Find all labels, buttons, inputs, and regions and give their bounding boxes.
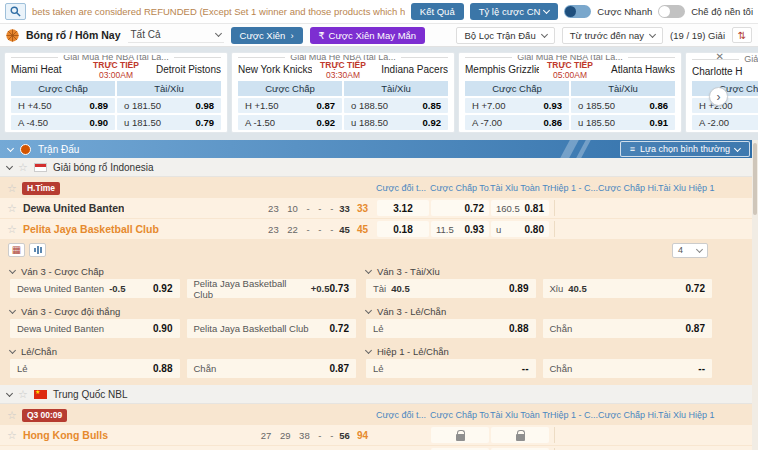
odds-cell[interactable]: A -7.000.86 [465, 115, 569, 130]
odds-cell[interactable]: u 185.500.91 [571, 115, 675, 130]
col-h1-overunder[interactable]: Tài Xỉu Hiệp 1 [658, 183, 716, 193]
league-count: (19 / 19) Giải [670, 30, 725, 41]
bet-option[interactable]: Pelita Jaya Basketball Club0.72 [187, 319, 357, 338]
arrow-right-icon: › [290, 30, 293, 41]
handicap-header: Cược Chấp [238, 81, 342, 96]
half-score: 45 [339, 224, 350, 235]
market-panel: Ván 3 - Lẻ/Chẵn Lẻ0.88 Chẵn0.87 [366, 304, 712, 338]
home-team: Memphis Grizzlies [465, 64, 539, 75]
stats-table-button[interactable]: ▦ [8, 243, 25, 257]
odds-cell[interactable]: o 188.500.85 [344, 98, 448, 113]
odds-cell[interactable]: H +1.500.87 [238, 98, 342, 113]
favorite-star-icon[interactable]: ☆ [7, 410, 17, 421]
panel-header[interactable]: Ván 3 - Lẻ/Chẵn [366, 304, 712, 319]
odds-cell[interactable]: A -1.500.92 [238, 115, 342, 130]
panel-header[interactable]: Lẻ/Chẵn [10, 344, 356, 359]
carousel-next-button[interactable]: › [709, 87, 728, 106]
collapse-chevron-icon[interactable] [6, 162, 13, 169]
match-filter-dropdown[interactable]: Bộ Lọc Trận Đấu [456, 27, 554, 44]
odds-cell[interactable]: H +7.000.93 [465, 98, 569, 113]
collapse-chevron-icon[interactable] [7, 144, 14, 151]
matches-section-bar: Trận Đấu ≡ Lựa chọn bình thường [0, 140, 758, 158]
bet-option[interactable]: Xỉu40.50.72 [543, 279, 713, 298]
league-header-indonesia[interactable]: ☆ Giải bóng rổ Indonesia [0, 158, 758, 177]
bet-option[interactable]: Tài40.50.89 [366, 279, 536, 298]
odds-type-button[interactable]: Tỷ lệ cược CN [470, 3, 559, 20]
dark-mode-toggle[interactable] [658, 5, 685, 18]
overunder-odds[interactable]: u0.80 [491, 221, 549, 237]
sort-leagues-button[interactable]: ⇅ [732, 27, 752, 43]
bet-option[interactable]: Lẻ0.88 [10, 359, 180, 378]
match-status-badge: H.Time [22, 182, 60, 195]
moneyline-odds[interactable]: 0.18 [377, 221, 429, 237]
league-filter-select[interactable]: Tất Cả [128, 27, 224, 43]
handicap-odds[interactable]: 0.72 [431, 200, 489, 216]
favorite-star-icon[interactable]: ☆ [7, 224, 17, 235]
moneyline-odds[interactable]: 3.12 [377, 200, 429, 216]
scrollbar-thumb[interactable] [753, 143, 757, 215]
col-h1-handicap[interactable]: Cược Chấp Hi... [598, 183, 658, 193]
favorite-star-icon[interactable]: ☆ [7, 203, 17, 214]
odds-cell[interactable]: o 185.500.86 [571, 98, 675, 113]
away-team: Atlanta Hawks [601, 64, 675, 75]
overunder-odds[interactable]: 160.50.81 [491, 200, 549, 216]
search-button[interactable] [5, 3, 26, 20]
col-moneyline[interactable]: Cược đối t... [376, 410, 430, 420]
market-panel: Ván 3 - Cược Chấp Dewa United Banten-0.5… [10, 264, 356, 298]
match-card[interactable]: Giải Mùa Hè NBA (tại La... New York Knic… [231, 52, 455, 133]
match-card[interactable]: Giải Mùa Hè NBA (tại La... Memphis Grizz… [458, 52, 682, 133]
handicap-odds[interactable]: 11.50.93 [431, 221, 489, 237]
odds-cell[interactable]: u 188.500.92 [344, 115, 448, 130]
bet-option[interactable]: Chẵn0.87 [187, 359, 357, 378]
first-half-empty-zone [554, 427, 716, 443]
results-button[interactable]: Kết Quả [411, 3, 464, 20]
close-icon[interactable]: ✕ [716, 52, 724, 62]
view-mode-button[interactable]: ≡ Lựa chọn bình thường [620, 141, 750, 157]
total-score: 33 [357, 203, 368, 214]
quick-bet-toggle[interactable] [564, 5, 591, 18]
bet-option[interactable]: Chẵn0.87 [543, 319, 713, 338]
favorite-star-icon[interactable]: ☆ [7, 430, 17, 441]
match-card[interactable]: Giải Mùa Hè NBA (tại La... Miami Heat TR… [4, 52, 228, 133]
match-block-china-nbl: ☆ Q3 00:09 Cược đối t... Cược Chấp To...… [0, 404, 758, 450]
favorite-star-icon[interactable]: ☆ [18, 162, 28, 173]
odds-cell[interactable]: u 181.500.79 [117, 115, 221, 130]
col-overunder-ft[interactable]: Tài Xỉu Toàn Tr... [490, 183, 550, 193]
odds-cell[interactable]: o 181.500.98 [117, 98, 221, 113]
panel-header[interactable]: Ván 3 - Cược đội thắng [10, 304, 356, 319]
col-moneyline[interactable]: Cược đối t... [376, 183, 430, 193]
collapse-chevron-icon[interactable] [6, 389, 13, 396]
panel-header[interactable]: Ván 3 - Tài/Xỉu [366, 264, 712, 279]
odds-cell[interactable]: H +4.500.89 [11, 98, 115, 113]
sub-market-panels: Ván 3 - Cược Chấp Dewa United Banten-0.5… [0, 261, 758, 385]
vertical-scrollbar[interactable] [752, 140, 758, 450]
team-row: ☆ Pelita Jaya Basketball Club 23 22 - - … [0, 219, 758, 239]
bet-option[interactable]: Lẻ-- [366, 359, 536, 378]
bet-option[interactable]: Dewa United Banten-0.50.92 [10, 279, 180, 298]
time-filter-dropdown[interactable]: Từ trước đến nay [562, 27, 663, 44]
half-score: 56 [339, 430, 350, 441]
col-h1-moneyline[interactable]: Hiệp 1 - C... [550, 183, 598, 193]
chart-button[interactable] [29, 243, 46, 257]
favorite-star-icon[interactable]: ☆ [18, 389, 28, 400]
bet-option[interactable]: Lẻ0.88 [366, 319, 536, 338]
parlay-button[interactable]: Cược Xiên› [231, 27, 303, 44]
league-header-china-nbl[interactable]: ☆ Trung Quốc NBL [0, 385, 758, 404]
col-overunder-ft[interactable]: Tài Xỉu Toàn Tr... [490, 410, 550, 420]
col-h1-handicap[interactable]: Cược Chấp Hi... [598, 410, 658, 420]
market-count-select[interactable]: 4 [672, 243, 708, 258]
panel-header[interactable]: Hiệp 1 - Lẻ/Chẵn [366, 344, 712, 359]
lucky-parlay-button[interactable]: ₹Cược Xiên May Mắn [310, 27, 426, 44]
chevron-down-icon [541, 30, 548, 37]
odds-cell[interactable]: A -2.00 [692, 115, 758, 130]
col-h1-overunder[interactable]: Tài Xỉu Hiệp 1 [658, 410, 716, 420]
bet-option[interactable]: Dewa United Banten0.90 [10, 319, 180, 338]
col-h1-moneyline[interactable]: Hiệp 1 - C... [550, 410, 598, 420]
col-handicap-ft[interactable]: Cược Chấp To... [430, 410, 490, 420]
bet-option[interactable]: Pelita Jaya Basketball Club+0.50.73 [187, 279, 357, 298]
bet-option[interactable]: Chẵn-- [543, 359, 713, 378]
overunder-header: Tài/Xỉu [571, 81, 675, 96]
col-handicap-ft[interactable]: Cược Chấp To... [430, 183, 490, 193]
favorite-star-icon[interactable]: ☆ [7, 183, 17, 194]
odds-cell[interactable]: A -4.500.90 [11, 115, 115, 130]
